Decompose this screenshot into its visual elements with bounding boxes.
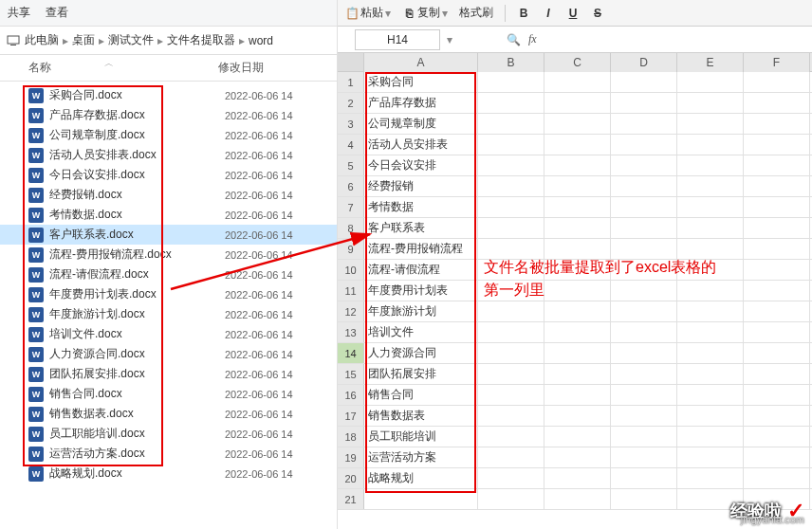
format-painter-button[interactable]: 格式刷 (455, 5, 497, 21)
cell[interactable] (744, 406, 810, 426)
cell[interactable] (677, 301, 744, 321)
cell[interactable] (478, 301, 544, 321)
row-header[interactable]: 17 (338, 406, 364, 426)
cell[interactable] (677, 197, 744, 217)
row-header[interactable]: 6 (338, 176, 364, 196)
cell[interactable] (544, 155, 611, 175)
cell[interactable] (611, 489, 677, 509)
row-header[interactable]: 19 (338, 447, 364, 467)
file-row[interactable]: W培训文件.docx2022-06-06 14 (0, 324, 337, 344)
cell[interactable] (744, 447, 810, 467)
file-row[interactable]: W员工职能培训.docx2022-06-06 14 (0, 424, 337, 444)
file-row[interactable]: W公司规章制度.docx2022-06-06 14 (0, 125, 337, 145)
cell[interactable]: 流程-请假流程 (364, 260, 478, 280)
cell[interactable] (677, 427, 744, 447)
cell[interactable]: 培训文件 (364, 322, 478, 342)
row-header[interactable]: 20 (338, 468, 364, 488)
select-all-corner[interactable] (338, 53, 364, 71)
cell[interactable] (611, 427, 677, 447)
breadcrumb[interactable]: 此电脑 ▸ 桌面 ▸ 测试文件 ▸ 文件名提取器 ▸ word (0, 27, 337, 55)
column-date-header[interactable]: 修改日期 (218, 60, 264, 76)
cell[interactable] (611, 197, 677, 217)
cell[interactable] (744, 197, 810, 217)
cell[interactable] (677, 176, 744, 196)
cell[interactable]: 产品库存数据 (364, 93, 478, 113)
cell[interactable] (677, 364, 744, 384)
cell[interactable] (611, 114, 677, 134)
cell[interactable] (364, 489, 478, 509)
row-header[interactable]: 21 (338, 489, 364, 509)
column-header-a[interactable]: A (364, 53, 478, 72)
file-row[interactable]: W流程-请假流程.docx2022-06-06 14 (0, 264, 337, 284)
cell[interactable] (544, 301, 611, 321)
cell[interactable] (544, 489, 611, 509)
file-row[interactable]: W流程-费用报销流程.docx2022-06-06 14 (0, 245, 337, 264)
file-row[interactable]: W销售数据表.docx2022-06-06 14 (0, 404, 337, 424)
row-header[interactable]: 7 (338, 197, 364, 217)
row-header[interactable]: 18 (338, 427, 364, 447)
view-tab[interactable]: 查看 (46, 5, 68, 21)
cell[interactable] (677, 447, 744, 467)
cell[interactable] (478, 364, 544, 384)
column-header-e[interactable]: E (677, 53, 744, 72)
cell[interactable] (478, 385, 544, 405)
cell[interactable] (478, 468, 544, 488)
cell[interactable] (544, 447, 611, 467)
cell[interactable] (677, 135, 744, 155)
row-header[interactable]: 16 (338, 385, 364, 405)
search-icon[interactable]: 🔍 (507, 33, 521, 46)
cell[interactable] (744, 281, 810, 301)
cell[interactable]: 员工职能培训 (364, 427, 478, 447)
cell[interactable] (544, 218, 611, 238)
paste-button[interactable]: 📋 粘贴▾ (341, 5, 395, 21)
row-header[interactable]: 14 (338, 343, 364, 363)
cell[interactable] (544, 135, 611, 155)
breadcrumb-seg-0[interactable]: 此电脑 (25, 32, 59, 48)
row-header[interactable]: 3 (338, 114, 364, 134)
cell[interactable]: 团队拓展安排 (364, 364, 478, 384)
cell[interactable] (478, 322, 544, 342)
cell[interactable] (611, 364, 677, 384)
cell[interactable] (744, 114, 810, 134)
cell[interactable] (677, 218, 744, 238)
cell[interactable] (744, 260, 810, 280)
name-box-dropdown-icon[interactable]: ▾ (440, 33, 459, 46)
cell[interactable] (611, 468, 677, 488)
cell[interactable]: 客户联系表 (364, 218, 478, 238)
row-header[interactable]: 12 (338, 301, 364, 321)
cell[interactable] (544, 72, 611, 92)
cell[interactable] (544, 385, 611, 405)
column-header-b[interactable]: B (478, 53, 544, 72)
breadcrumb-seg-4[interactable]: word (249, 34, 273, 47)
cell[interactable]: 战略规划 (364, 468, 478, 488)
cell[interactable]: 人力资源合同 (364, 343, 478, 363)
row-header[interactable]: 13 (338, 322, 364, 342)
column-header-f[interactable]: F (744, 53, 810, 72)
cell[interactable] (544, 197, 611, 217)
row-header[interactable]: 2 (338, 93, 364, 113)
file-row[interactable]: W年度旅游计划.docx2022-06-06 14 (0, 304, 337, 324)
breadcrumb-seg-2[interactable]: 测试文件 (108, 32, 154, 48)
file-row[interactable]: W客户联系表.docx2022-06-06 14 (0, 225, 337, 245)
name-box[interactable]: H14 (355, 29, 440, 50)
cell[interactable] (744, 218, 810, 238)
bold-button[interactable]: B (513, 7, 534, 20)
cell[interactable] (544, 468, 611, 488)
cell[interactable] (544, 176, 611, 196)
cell[interactable] (611, 322, 677, 342)
cell[interactable] (478, 489, 544, 509)
share-tab[interactable]: 共享 (8, 5, 30, 21)
row-header[interactable]: 10 (338, 260, 364, 280)
cell[interactable] (611, 343, 677, 363)
cell[interactable] (611, 406, 677, 426)
cell[interactable] (544, 427, 611, 447)
cell[interactable]: 运营活动方案 (364, 447, 478, 467)
breadcrumb-seg-3[interactable]: 文件名提取器 (167, 32, 235, 48)
cell[interactable] (478, 406, 544, 426)
cell[interactable]: 年度旅游计划 (364, 301, 478, 321)
cell[interactable] (677, 385, 744, 405)
file-row[interactable]: W团队拓展安排.docx2022-06-06 14 (0, 364, 337, 384)
cell[interactable]: 公司规章制度 (364, 114, 478, 134)
cell[interactable]: 年度费用计划表 (364, 281, 478, 301)
cell[interactable] (611, 93, 677, 113)
